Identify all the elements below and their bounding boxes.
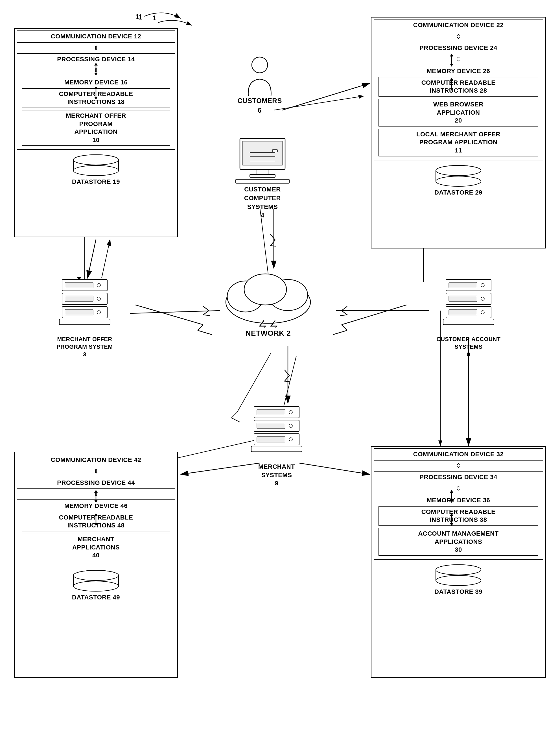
network-cloud: NETWORK 2 [215, 265, 322, 338]
customer-account-systems-server: CUSTOMER ACCOUNT SYSTEMS8 [429, 277, 508, 358]
comm-device-42: COMMUNICATION DEVICE 42 [17, 454, 175, 466]
svg-rect-70 [65, 282, 93, 288]
svg-line-33 [333, 330, 347, 335]
arrow-24-26: ⇕ [372, 56, 545, 63]
arrow-32-34: ⇕ [372, 462, 545, 470]
local-merchant-app-11: LOCAL MERCHANT OFFERPROGRAM APPLICATION1… [379, 129, 538, 156]
svg-rect-91 [443, 319, 494, 325]
svg-point-107 [73, 570, 119, 580]
svg-point-89 [481, 311, 484, 314]
svg-rect-100 [257, 437, 285, 442]
svg-point-75 [97, 311, 100, 314]
right-top-system-box: COMMUNICATION DEVICE 22 ⇕ PROCESSING DEV… [371, 17, 546, 249]
right-bottom-system-box: COMMUNICATION DEVICE 32 ⇕ PROCESSING DEV… [371, 446, 546, 678]
merchant-offer-program-server: MERCHANT OFFER PROGRAM SYSTEM3 [45, 277, 124, 358]
svg-rect-73 [65, 296, 93, 301]
merchant-apps-40: MERCHANTAPPLICATIONS40 [22, 534, 170, 561]
datastore-49-container: DATASTORE 49 [15, 570, 177, 602]
svg-rect-63 [236, 179, 289, 183]
proc-device-44: PROCESSING DEVICE 44 [17, 477, 175, 489]
arrow-44-46: ⇕ [15, 491, 177, 498]
comm-device-32: COMMUNICATION DEVICE 32 [374, 449, 543, 460]
svg-line-28 [136, 305, 203, 325]
arrow-34-36: ⇕ [372, 485, 545, 492]
merchant-offer-app-10: MERCHANT OFFERPROGRAMAPPLICATION10 [22, 110, 170, 146]
comp-readable-48: COMPUTER READABLEINSTRUCTIONS 48 [22, 512, 170, 531]
arrow-14-16: ⇕ [15, 67, 177, 74]
arrow-22-24: ⇕ [372, 33, 545, 40]
svg-rect-67 [273, 150, 278, 152]
comm-device-12: COMMUNICATION DEVICE 12 [17, 31, 175, 43]
comp-readable-18: COMPUTER READABLEINSTRUCTIONS 18 [22, 88, 170, 108]
svg-rect-60 [243, 141, 282, 165]
svg-point-81 [244, 274, 286, 305]
arrow-42-44: ⇕ [15, 468, 177, 475]
diagram: 1 [0, 0, 560, 755]
svg-point-106 [73, 581, 119, 591]
svg-line-31 [342, 305, 406, 325]
svg-point-96 [289, 424, 293, 428]
mem-device-46: MEMORY DEVICE 46 COMPUTER READABLEINSTRU… [17, 499, 175, 565]
svg-rect-77 [59, 319, 110, 325]
ref-1: 1 [138, 13, 142, 21]
proc-device-24: PROCESSING DEVICE 24 [374, 42, 543, 54]
svg-rect-61 [257, 170, 268, 175]
svg-point-50 [73, 165, 119, 176]
svg-line-132 [130, 311, 220, 313]
svg-point-86 [481, 297, 484, 300]
svg-line-38 [232, 412, 237, 418]
svg-point-99 [289, 438, 293, 441]
customers-icon: CUSTOMERS6 [232, 57, 288, 115]
mem-device-26: MEMORY DEVICE 26 COMPUTER READABLEINSTRU… [374, 65, 543, 160]
proc-device-14: PROCESSING DEVICE 14 [17, 53, 175, 65]
svg-rect-87 [449, 296, 477, 301]
left-bottom-system-box: COMMUNICATION DEVICE 42 ⇕ PROCESSING DEV… [14, 452, 178, 678]
svg-point-57 [436, 165, 481, 176]
account-mgmt-apps-30: ACCOUNT MANAGEMENTAPPLICATIONS30 [379, 528, 538, 556]
svg-line-129 [87, 239, 96, 278]
mem-device-36: MEMORY DEVICE 36 COMPUTER READABLEINSTRU… [374, 494, 543, 560]
arrow-12-14: ⇕ [15, 44, 177, 52]
svg-line-29 [198, 325, 203, 330]
merchant-systems-server: MERCHANTSYSTEMS9 [237, 404, 316, 488]
svg-line-130 [102, 239, 110, 278]
svg-rect-97 [257, 423, 285, 429]
svg-point-112 [436, 575, 481, 585]
svg-rect-90 [449, 310, 477, 315]
svg-rect-101 [251, 446, 302, 452]
comp-readable-28: COMPUTER READABLEINSTRUCTIONS 28 [379, 77, 538, 97]
mem-device-16: MEMORY DEVICE 16 COMPUTER READABLEINSTRU… [17, 76, 175, 150]
svg-rect-76 [65, 310, 93, 315]
svg-point-83 [481, 283, 484, 287]
svg-point-113 [436, 565, 481, 575]
proc-device-34: PROCESSING DEVICE 34 [374, 471, 543, 483]
comm-device-22: COMMUNICATION DEVICE 22 [374, 19, 543, 31]
comp-readable-38: COMPUTER READABLEINSTRUCTIONS 38 [379, 506, 538, 526]
svg-line-30 [198, 330, 212, 335]
web-browser-app-20: WEB BROWSERAPPLICATION20 [379, 99, 538, 126]
svg-point-69 [97, 283, 100, 287]
svg-line-32 [342, 325, 347, 330]
customer-computer-systems-icon: CUSTOMERCOMPUTERSYSTEMS4 [226, 138, 299, 220]
svg-rect-62 [250, 175, 275, 177]
svg-line-131 [282, 83, 370, 110]
datastore-19-container: DATASTORE 19 [15, 154, 177, 186]
svg-point-58 [252, 57, 267, 73]
svg-line-37 [237, 353, 271, 412]
svg-rect-84 [449, 282, 477, 288]
left-top-system-box: COMMUNICATION DEVICE 12 ⇕ PROCESSING DEV… [14, 28, 178, 237]
datastore-29-container: DATASTORE 29 [372, 165, 545, 197]
datastore-39-container: DATASTORE 39 [372, 564, 545, 596]
svg-point-51 [73, 155, 119, 165]
svg-text:1: 1 [153, 14, 156, 22]
svg-point-56 [436, 176, 481, 186]
svg-rect-94 [257, 410, 285, 415]
svg-point-93 [289, 411, 293, 414]
svg-point-72 [97, 297, 100, 300]
